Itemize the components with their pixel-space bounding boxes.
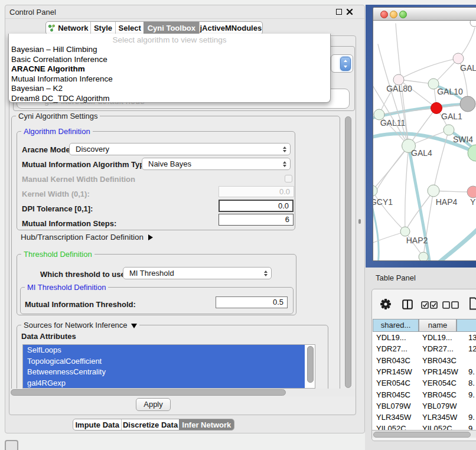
node-label: GAL	[460, 63, 476, 73]
network-edge[interactable]	[379, 108, 436, 115]
table-cell: YDL19...	[376, 332, 406, 343]
table-row[interactable]: YDR27...YDR27...12	[373, 343, 476, 354]
column-header-partial[interactable]	[457, 319, 476, 332]
algorithm-dropdown-popup: Select algorithm to view settings Bayesi…	[8, 34, 331, 103]
kernel-width-label: Kernel Width (0,1):	[22, 190, 90, 198]
network-edge[interactable]	[436, 227, 476, 260]
network-node[interactable]	[400, 227, 410, 236]
apply-button[interactable]: Apply	[136, 398, 171, 411]
horizontal-scrollbar-thumb[interactable]	[11, 389, 286, 396]
settings-horizontal-scrollbar[interactable]	[9, 389, 356, 396]
tab-discretize-data[interactable]: Discretize Data	[121, 419, 178, 430]
algorithm-option[interactable]: Mutual Information Inference	[9, 74, 330, 84]
network-edge[interactable]	[378, 44, 409, 146]
table-row[interactable]: YPR145WYPR145W9.	[373, 366, 476, 377]
attributes-list-scrollbar[interactable]	[307, 346, 314, 383]
aracne-mode-select[interactable]: Discovery	[69, 143, 291, 155]
tab-select[interactable]: Select	[115, 22, 144, 34]
file-icon[interactable]	[469, 297, 476, 310]
screenshot-root: Control Panel Network Style Select Cyni …	[0, 0, 476, 450]
table-row[interactable]: YIL052CYIL052C9	[373, 423, 476, 430]
network-graph: GALGAL80GAL10GAL1GAL11SWI4GAL4GCY1HAP4YH…	[373, 21, 476, 260]
network-canvas[interactable]: GALGAL80GAL10GAL1GAL11SWI4GAL4GCY1HAP4YH…	[373, 21, 476, 260]
table-horizontal-scrollbar[interactable]	[372, 430, 476, 438]
manual-kernel-checkbox[interactable]	[285, 175, 292, 182]
unselect-all-icon[interactable]	[442, 301, 459, 309]
table-row[interactable]: YBR043CYBR043C	[373, 355, 476, 366]
tab-infer-network[interactable]: Infer Network	[179, 419, 234, 430]
control-panel-title: Control Panel	[9, 8, 56, 17]
mi-algorithm-type-select[interactable]: Naive Bayes	[142, 158, 291, 170]
data-attribute-item[interactable]: BetweennessCentrality	[23, 367, 305, 378]
tab-jactivemnodules[interactable]: jActiveMNodules	[199, 22, 262, 34]
table-row[interactable]: YDL19...YDL19...13	[373, 332, 476, 343]
close-traffic-light-icon[interactable]	[380, 11, 388, 18]
select-all-checked-icon[interactable]	[421, 301, 438, 309]
network-node[interactable]	[460, 96, 475, 112]
node-label: HAP2	[406, 236, 428, 245]
dpi-tolerance-label: DPI Tolerance [0,1]:	[22, 204, 93, 213]
network-edge[interactable]	[373, 201, 379, 260]
tab-network[interactable]: Network	[46, 22, 90, 34]
data-attribute-item[interactable]: TopologicalCoefficient	[23, 356, 305, 367]
algorithm-option[interactable]: Bayesian – K2	[9, 84, 330, 94]
sources-legend-expander[interactable]: Sources for Network Inference	[21, 321, 139, 330]
table-row[interactable]: YLR345WYLR345W9.	[373, 412, 476, 423]
data-attribute-item[interactable]: gal4RGexp	[23, 378, 305, 389]
network-node[interactable]	[468, 145, 476, 161]
table-row[interactable]: YBL079WYBL079W	[373, 400, 476, 412]
column-header-name[interactable]: name	[419, 319, 457, 332]
node-label: GAL11	[380, 118, 406, 128]
data-attributes-list[interactable]: SelfLoopsTopologicalCoefficientBetweenne…	[22, 344, 315, 389]
float-window-icon[interactable]	[336, 9, 342, 15]
table-cell: YLR345W	[376, 412, 411, 423]
minimize-traffic-light-icon[interactable]	[390, 11, 397, 18]
zoom-traffic-light-icon[interactable]	[399, 11, 407, 18]
algorithm-option[interactable]: ARACNE Algorithm	[9, 64, 330, 74]
network-node[interactable]	[431, 103, 442, 114]
network-node[interactable]	[444, 125, 454, 135]
split-view-icon[interactable]	[402, 299, 413, 309]
table-cell: YER054C	[422, 377, 457, 389]
network-node[interactable]	[467, 186, 476, 198]
settings-vertical-scrollbar[interactable]	[344, 116, 352, 390]
network-node[interactable]	[428, 185, 439, 197]
hub-definition-expander[interactable]: Hub/Transcription Factor Definition	[21, 233, 153, 242]
tab-network-label: Network	[58, 24, 88, 32]
column-header-shared-name[interactable]: shared...	[373, 319, 419, 332]
kernel-width-field[interactable]: 0.0	[219, 186, 294, 197]
network-window-titlebar[interactable]	[373, 8, 476, 21]
table-cell: YPR145W	[376, 366, 412, 377]
algorithm-combobox[interactable]	[331, 54, 353, 73]
table-cell: YBR045C	[376, 389, 410, 400]
minimized-panel-icon[interactable]	[5, 440, 18, 450]
algorithm-option[interactable]: Basic Correlation Inference	[9, 55, 330, 65]
network-edge[interactable]	[405, 146, 409, 231]
node-label: GAL1	[441, 112, 462, 121]
mi-threshold-definition-legend: MI Threshold Definition	[25, 283, 108, 292]
mi-threshold-field[interactable]: 0.5	[216, 296, 288, 308]
network-node[interactable]	[453, 53, 464, 64]
table-row[interactable]: YBR045CYBR045C9.	[373, 389, 476, 400]
data-attribute-item[interactable]: SelfLoops	[23, 345, 305, 356]
algorithm-option[interactable]: Dream8 DC_TDC Algorithm	[9, 94, 330, 104]
network-node[interactable]	[470, 21, 476, 27]
close-icon[interactable]	[346, 8, 353, 15]
titlebar-divider	[5, 18, 364, 19]
which-threshold-select[interactable]: MI Threshold	[123, 267, 272, 279]
table-scrollbar-thumb[interactable]	[373, 432, 471, 438]
tab-style[interactable]: Style	[90, 22, 116, 34]
table-settings-gear-icon[interactable]	[380, 298, 392, 310]
mi-steps-field[interactable]: 6	[219, 214, 294, 226]
network-node[interactable]	[373, 185, 377, 196]
network-node[interactable]	[419, 252, 428, 260]
algorithm-option[interactable]: Bayesian – Hill Climbing	[9, 45, 330, 55]
dpi-tolerance-field[interactable]: 0.0	[219, 200, 294, 212]
panel-splitter-handle[interactable]	[358, 219, 361, 224]
aracne-mode-value: Discovery	[76, 145, 109, 154]
tab-cyni-toolbox[interactable]: Cyni Toolbox	[144, 22, 198, 34]
network-edge[interactable]	[399, 58, 458, 80]
table-row[interactable]: YER054CYER054C8.	[373, 377, 476, 389]
vertical-scrollbar-thumb[interactable]	[345, 116, 351, 388]
tab-impute-data[interactable]: Impute Data	[73, 419, 121, 430]
